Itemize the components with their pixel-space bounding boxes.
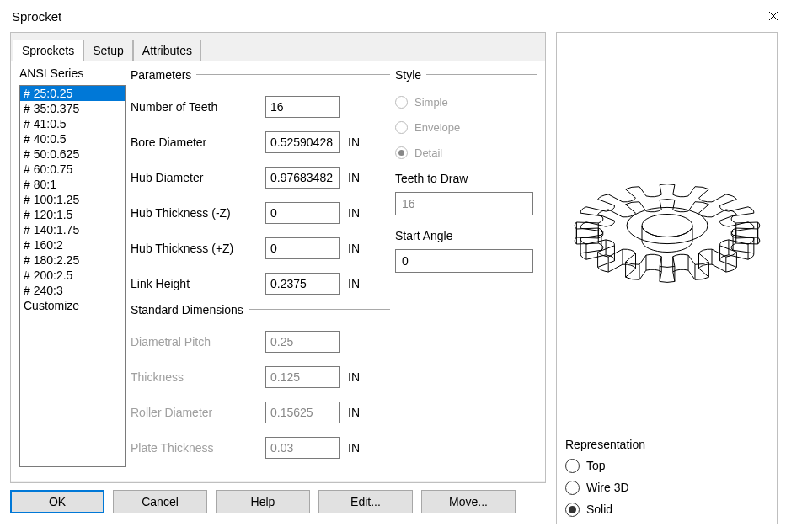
style-group-title: Style [395,66,537,82]
ok-button[interactable]: OK [10,490,104,513]
list-item[interactable]: # 40:0.5 [20,131,125,146]
link-height-input[interactable] [265,273,340,295]
num-teeth-input[interactable] [265,96,340,118]
representation-title: Representation [565,438,768,451]
preview-panel: Representation Top Wire 3D Solid [556,32,778,524]
roller-dia-input [265,402,340,423]
move-button[interactable]: Move... [421,490,516,513]
list-item[interactable]: # 60:0.75 [20,162,125,177]
start-angle-label: Start Angle [395,229,537,242]
main-panel: Sprockets Setup Attributes ANSI Series #… [10,32,546,483]
radio-icon [565,459,580,473]
bore-dia-label: Bore Diameter [131,136,265,149]
radio-icon [395,146,408,159]
thickness-label: Thickness [131,370,265,384]
start-angle-input[interactable] [395,249,533,273]
tab-sprockets[interactable]: Sprockets [13,40,83,61]
list-item[interactable]: # 35:0.375 [20,101,125,116]
series-listbox[interactable]: # 25:0.25 # 35:0.375 # 41:0.5 # 40:0.5 #… [19,85,126,467]
rep-wire3d-radio[interactable]: Wire 3D [565,476,768,498]
roller-dia-label: Roller Diameter [131,406,265,419]
list-item[interactable]: # 100:1.25 [20,192,125,207]
diametral-pitch-input [265,331,340,353]
list-item[interactable]: # 240:3 [20,283,125,298]
parameters-group-title: Parameters [131,66,390,82]
hub-thk-pos-input[interactable] [265,237,340,259]
tab-strip: Sprockets Setup Attributes [11,40,545,61]
rep-solid-radio[interactable]: Solid [565,498,768,520]
radio-icon [395,121,408,134]
list-item[interactable]: # 160:2 [20,237,125,253]
unit-label: IN [348,370,368,384]
list-item[interactable]: # 80:1 [20,177,125,192]
teeth-to-draw-label: Teeth to Draw [395,172,537,185]
unit-label: IN [348,441,368,455]
hub-thk-neg-label: Hub Thickness (-Z) [131,206,265,220]
title-bar: Sprocket [0,0,802,32]
svg-point-36 [627,207,708,243]
num-teeth-label: Number of Teeth [131,100,265,114]
list-item[interactable]: # 120:1.5 [20,207,125,222]
link-height-label: Link Height [131,277,265,290]
help-button[interactable]: Help [216,490,310,513]
style-envelope-radio: Envelope [395,114,537,140]
unit-label: IN [348,171,368,184]
unit-label: IN [348,136,368,149]
tab-attributes[interactable]: Attributes [133,40,201,61]
std-dim-group-title: Standard Dimensions [131,301,390,317]
thickness-input [265,366,340,388]
unit-label: IN [348,406,368,419]
preview-area [557,33,777,434]
series-label: ANSI Series [19,66,126,80]
list-item[interactable]: # 25:0.25 [20,86,125,101]
list-item[interactable]: # 41:0.5 [20,116,125,131]
radio-icon [565,481,580,495]
list-item[interactable]: # 180:2.25 [20,253,125,268]
style-simple-radio: Simple [395,89,537,114]
style-detail-radio: Detail [395,140,537,165]
hub-dia-input[interactable] [265,167,340,189]
teeth-to-draw-input [395,192,533,215]
close-icon [768,11,778,21]
radio-icon [395,96,408,109]
unit-label: IN [348,277,368,290]
plate-thk-input [265,437,340,459]
window-title: Sprocket [12,9,61,24]
hub-thk-pos-label: Hub Thickness (+Z) [131,242,265,255]
tab-setup[interactable]: Setup [83,40,133,61]
diametral-pitch-label: Diametral Pitch [131,335,265,348]
list-item[interactable]: Customize [20,298,125,313]
unit-label: IN [348,242,368,255]
list-item[interactable]: # 140:1.75 [20,222,125,237]
cancel-button[interactable]: Cancel [113,490,207,513]
bore-dia-input[interactable] [265,131,340,153]
edit-button[interactable]: Edit... [318,490,413,513]
unit-label: IN [348,206,368,220]
sprocket-preview-icon [564,130,770,336]
representation-section: Representation Top Wire 3D Solid [557,434,777,524]
close-button[interactable] [757,3,790,29]
list-item[interactable]: # 200:2.5 [20,268,125,283]
hub-dia-label: Hub Diameter [131,171,265,184]
list-item[interactable]: # 50:0.625 [20,146,125,162]
hub-thk-neg-input[interactable] [265,202,340,224]
radio-icon [565,503,580,517]
rep-top-radio[interactable]: Top [565,455,768,476]
plate-thk-label: Plate Thickness [131,441,265,455]
